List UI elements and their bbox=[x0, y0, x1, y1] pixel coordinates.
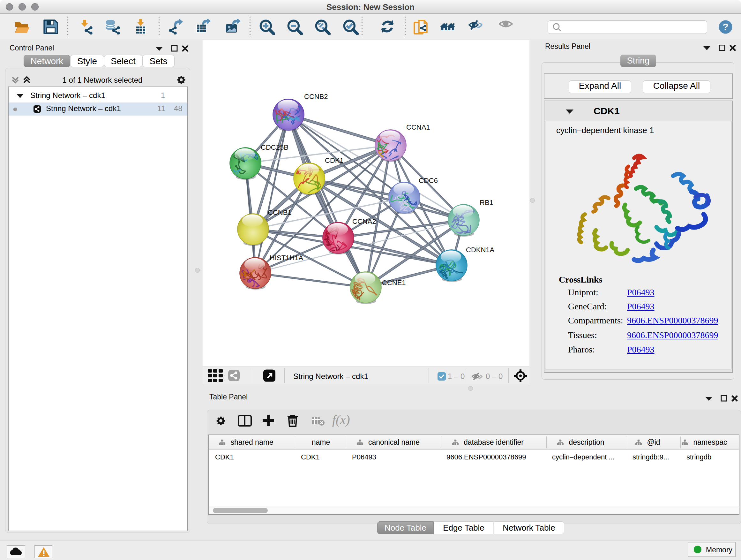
svg-text:CDKN1A: CDKN1A bbox=[466, 246, 495, 254]
svg-text:RB1: RB1 bbox=[480, 199, 493, 206]
svg-text:CDC6: CDC6 bbox=[419, 177, 438, 185]
svg-text:CDK1: CDK1 bbox=[325, 157, 344, 165]
svg-text:CCNE1: CCNE1 bbox=[382, 279, 406, 287]
svg-text:CCNA2: CCNA2 bbox=[352, 217, 376, 226]
svg-text:CCNA1: CCNA1 bbox=[406, 123, 430, 131]
svg-text:CCNB1: CCNB1 bbox=[268, 208, 292, 216]
svg-text:HIST1H1A: HIST1H1A bbox=[270, 254, 303, 262]
svg-text:CDC25B: CDC25B bbox=[261, 143, 288, 151]
svg-text:CCNB2: CCNB2 bbox=[304, 92, 328, 101]
svg-text:?: ? bbox=[723, 21, 728, 32]
